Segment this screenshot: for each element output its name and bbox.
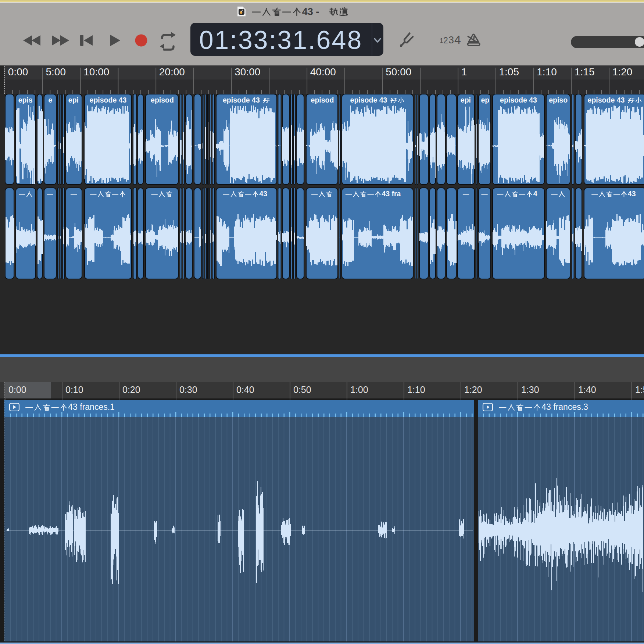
svg-text:43 frances.3: 43 frances.3	[541, 402, 588, 412]
svg-text:30:00: 30:00	[235, 66, 260, 78]
svg-text:1:10: 1:10	[537, 66, 557, 78]
svg-text:0:40: 0:40	[236, 384, 254, 395]
svg-text:1:15: 1:15	[575, 66, 595, 78]
svg-text:episode 43: episode 43	[500, 96, 537, 104]
svg-text:episode 43: episode 43	[588, 96, 625, 104]
svg-text:ep: ep	[481, 96, 489, 104]
svg-text:e: e	[48, 96, 52, 104]
svg-text:episod: episod	[311, 96, 334, 104]
svg-text:2: 2	[443, 36, 448, 45]
svg-text:43 fra: 43 fra	[382, 190, 401, 198]
svg-text:1: 1	[440, 37, 443, 44]
svg-text:episod: episod	[151, 96, 174, 104]
svg-text:0:10: 0:10	[65, 384, 83, 395]
svg-text:0:30: 0:30	[179, 384, 197, 395]
svg-text:40:00: 40:00	[310, 66, 336, 78]
svg-text:43 frances.1: 43 frances.1	[68, 402, 115, 412]
svg-text:1:00: 1:00	[350, 384, 368, 395]
svg-text:0:50: 0:50	[293, 384, 311, 395]
svg-text:epi: epi	[461, 96, 471, 104]
svg-text:episo: episo	[549, 96, 568, 104]
svg-text:1:30: 1:30	[521, 384, 539, 395]
svg-text:43: 43	[628, 190, 636, 198]
svg-text:episode 43: episode 43	[350, 96, 387, 104]
svg-text:episode 43: episode 43	[90, 96, 127, 104]
svg-text:1:10: 1:10	[407, 384, 425, 395]
svg-text:3: 3	[448, 35, 454, 46]
svg-text:episode 43: episode 43	[223, 96, 260, 104]
svg-text:1:50: 1:50	[635, 384, 644, 395]
svg-text:4: 4	[454, 33, 461, 46]
svg-text:0:00: 0:00	[8, 66, 28, 78]
svg-text:4: 4	[533, 190, 537, 198]
svg-text:1: 1	[461, 66, 467, 78]
svg-text:43: 43	[259, 190, 267, 198]
svg-text:epi: epi	[68, 96, 79, 104]
svg-text:50:00: 50:00	[386, 66, 411, 78]
svg-text:epis: epis	[18, 96, 33, 104]
svg-text:1:05: 1:05	[499, 66, 519, 78]
svg-text:1:40: 1:40	[578, 384, 596, 395]
svg-text:1:20: 1:20	[612, 66, 633, 78]
svg-text:0:00: 0:00	[8, 384, 26, 395]
svg-text:43 -: 43 -	[302, 6, 319, 17]
svg-text:20:00: 20:00	[159, 66, 185, 78]
svg-text:01:33:31.648: 01:33:31.648	[199, 26, 363, 54]
svg-text:10:00: 10:00	[83, 66, 109, 78]
svg-text:0:20: 0:20	[122, 384, 140, 395]
svg-text:1:20: 1:20	[464, 384, 482, 395]
svg-text:5:00: 5:00	[46, 66, 66, 78]
